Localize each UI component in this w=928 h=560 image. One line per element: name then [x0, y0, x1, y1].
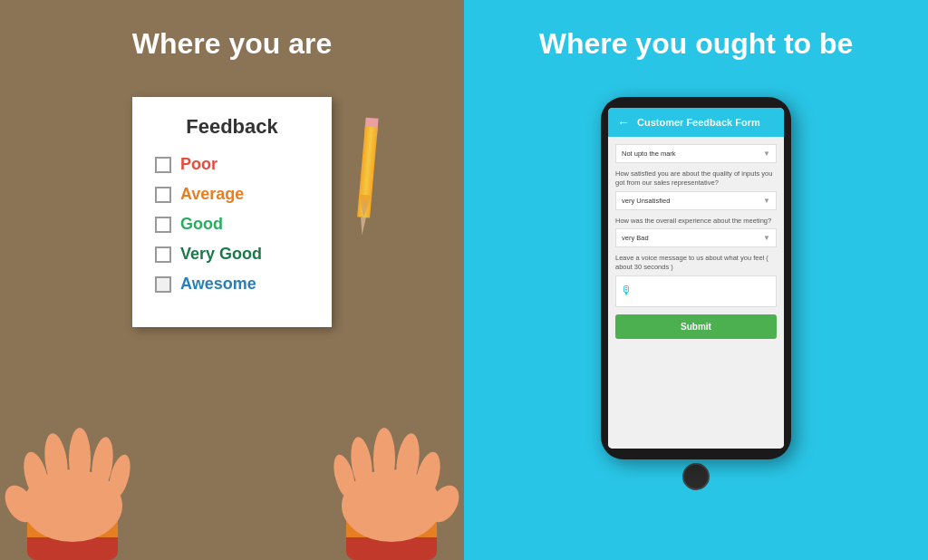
- checkbox-verygood[interactable]: [155, 246, 171, 263]
- left-hand-svg: [0, 370, 181, 560]
- label-average: Average: [180, 185, 244, 204]
- dropdown-3[interactable]: very Bad ▼: [615, 228, 777, 247]
- label-poor: Poor: [180, 155, 218, 174]
- phone-header: ← Customer Feedback Form: [608, 108, 784, 137]
- voice-box[interactable]: 🎙: [615, 275, 777, 307]
- checkbox-item-verygood: Very Good: [155, 245, 309, 264]
- paper-heading: Feedback: [155, 115, 309, 139]
- label-verygood: Very Good: [180, 245, 262, 264]
- right-title: Where you ought to be: [539, 27, 854, 61]
- dropdown-2-arrow: ▼: [763, 197, 770, 205]
- right-hand-svg: [283, 370, 464, 560]
- question-2: How was the overall experience about the…: [615, 217, 777, 226]
- dropdown-1-arrow: ▼: [763, 150, 770, 158]
- checkbox-good[interactable]: [155, 217, 171, 233]
- checkbox-awesome[interactable]: [155, 276, 171, 293]
- dropdown-3-value: very Bad: [622, 234, 649, 242]
- dropdown-3-arrow: ▼: [763, 234, 770, 242]
- hands-container: [0, 379, 464, 560]
- left-panel: Where you are Feedback Poor Average Good…: [0, 0, 464, 560]
- checkbox-item-poor: Poor: [155, 155, 309, 174]
- label-awesome: Awesome: [180, 275, 256, 294]
- svg-point-14: [373, 428, 395, 489]
- checkbox-item-average: Average: [155, 185, 309, 204]
- phone-device: ← Customer Feedback Form Not upto the ma…: [601, 97, 791, 459]
- left-title: Where you are: [132, 27, 333, 61]
- label-good: Good: [180, 215, 223, 234]
- pencil-shape: [355, 118, 378, 237]
- dropdown-2[interactable]: very Unsatisfied ▼: [615, 191, 777, 210]
- voice-label: Leave a voice message to us about what y…: [615, 254, 777, 272]
- submit-button[interactable]: Submit: [615, 314, 777, 339]
- dropdown-1-value: Not upto the mark: [622, 150, 676, 158]
- back-icon[interactable]: ←: [617, 115, 630, 130]
- right-panel: Where you ought to be ← Customer Feedbac…: [464, 0, 928, 560]
- checkbox-item-awesome: Awesome: [155, 275, 309, 294]
- checkbox-item-good: Good: [155, 215, 309, 234]
- pencil: [361, 118, 373, 236]
- feedback-paper: Feedback Poor Average Good Very Good Awe…: [132, 97, 332, 327]
- phone-header-title: Customer Feedback Form: [637, 117, 760, 128]
- question-1: How satisfied you are about the quality …: [615, 169, 777, 188]
- phone-screen: ← Customer Feedback Form Not upto the ma…: [608, 108, 784, 449]
- svg-point-5: [69, 428, 91, 489]
- dropdown-1[interactable]: Not upto the mark ▼: [615, 144, 777, 163]
- phone-home-button[interactable]: [682, 463, 710, 490]
- phone-content: Not upto the mark ▼ How satisfied you ar…: [608, 137, 784, 449]
- checkbox-poor[interactable]: [155, 157, 171, 173]
- dropdown-2-value: very Unsatisfied: [622, 197, 670, 205]
- mic-icon: 🎙: [621, 284, 633, 298]
- checkbox-average[interactable]: [155, 187, 171, 203]
- phone-container: ← Customer Feedback Form Not upto the ma…: [601, 97, 791, 490]
